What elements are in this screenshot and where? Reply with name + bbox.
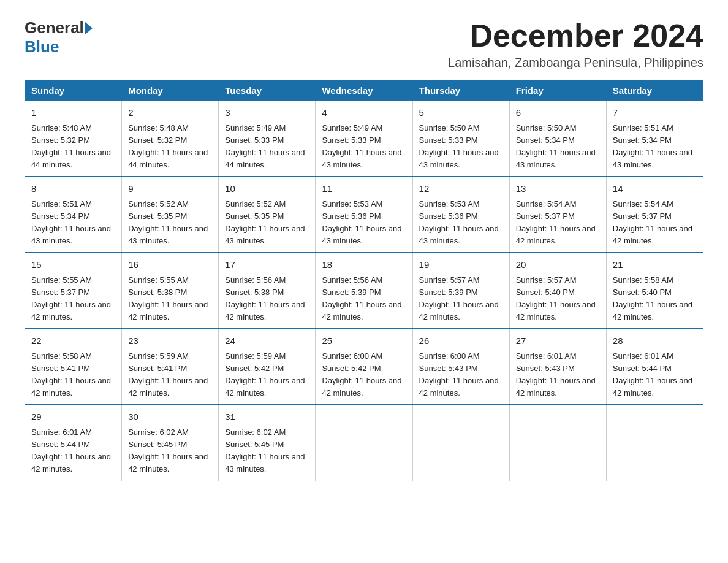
day-number: 8 bbox=[31, 182, 115, 196]
title-block: December 2024 Lamisahan, Zamboanga Penin… bbox=[448, 18, 703, 70]
day-number: 10 bbox=[225, 182, 309, 196]
day-number: 3 bbox=[225, 106, 309, 120]
week-row-2: 8Sunrise: 5:51 AMSunset: 5:34 PMDaylight… bbox=[25, 177, 703, 253]
day-number: 15 bbox=[31, 258, 115, 272]
day-number: 1 bbox=[31, 106, 115, 120]
table-row: 28Sunrise: 6:01 AMSunset: 5:44 PMDayligh… bbox=[606, 329, 703, 405]
table-row: 9Sunrise: 5:52 AMSunset: 5:35 PMDaylight… bbox=[122, 177, 219, 253]
table-row: 23Sunrise: 5:59 AMSunset: 5:41 PMDayligh… bbox=[122, 329, 219, 405]
header-saturday: Saturday bbox=[606, 80, 703, 101]
header-wednesday: Wednesday bbox=[316, 80, 412, 101]
table-row: 18Sunrise: 5:56 AMSunset: 5:39 PMDayligh… bbox=[316, 253, 412, 329]
location-title: Lamisahan, Zamboanga Peninsula, Philippi… bbox=[448, 56, 703, 70]
day-info: Sunrise: 5:58 AMSunset: 5:41 PMDaylight:… bbox=[31, 351, 111, 397]
table-row: 6Sunrise: 5:50 AMSunset: 5:34 PMDaylight… bbox=[509, 101, 606, 177]
day-number: 24 bbox=[225, 334, 309, 348]
week-row-3: 15Sunrise: 5:55 AMSunset: 5:37 PMDayligh… bbox=[25, 253, 703, 329]
day-info: Sunrise: 5:57 AMSunset: 5:39 PMDaylight:… bbox=[419, 275, 499, 321]
day-number: 25 bbox=[322, 334, 406, 348]
table-row: 24Sunrise: 5:59 AMSunset: 5:42 PMDayligh… bbox=[219, 329, 316, 405]
day-info: Sunrise: 5:49 AMSunset: 5:33 PMDaylight:… bbox=[225, 123, 305, 169]
day-number: 12 bbox=[419, 182, 503, 196]
table-row: 31Sunrise: 6:02 AMSunset: 5:45 PMDayligh… bbox=[219, 405, 316, 481]
logo-blue-text: Blue bbox=[25, 37, 59, 56]
day-info: Sunrise: 5:59 AMSunset: 5:42 PMDaylight:… bbox=[225, 351, 305, 397]
table-row: 22Sunrise: 5:58 AMSunset: 5:41 PMDayligh… bbox=[25, 329, 122, 405]
day-number: 14 bbox=[613, 182, 697, 196]
table-row: 3Sunrise: 5:49 AMSunset: 5:33 PMDaylight… bbox=[219, 101, 316, 177]
table-row: 26Sunrise: 6:00 AMSunset: 5:43 PMDayligh… bbox=[412, 329, 509, 405]
day-info: Sunrise: 5:54 AMSunset: 5:37 PMDaylight:… bbox=[516, 199, 596, 245]
table-row bbox=[606, 405, 703, 481]
day-info: Sunrise: 5:54 AMSunset: 5:37 PMDaylight:… bbox=[613, 199, 692, 245]
table-row: 1Sunrise: 5:48 AMSunset: 5:32 PMDaylight… bbox=[25, 101, 122, 177]
table-row bbox=[509, 405, 606, 481]
week-row-4: 22Sunrise: 5:58 AMSunset: 5:41 PMDayligh… bbox=[25, 329, 703, 405]
day-number: 28 bbox=[613, 334, 697, 348]
day-info: Sunrise: 5:56 AMSunset: 5:39 PMDaylight:… bbox=[322, 275, 401, 321]
table-row: 30Sunrise: 6:02 AMSunset: 5:45 PMDayligh… bbox=[122, 405, 219, 481]
day-number: 16 bbox=[128, 258, 212, 272]
day-number: 27 bbox=[516, 334, 600, 348]
table-row: 5Sunrise: 5:50 AMSunset: 5:33 PMDaylight… bbox=[412, 101, 509, 177]
table-row: 4Sunrise: 5:49 AMSunset: 5:33 PMDaylight… bbox=[316, 101, 412, 177]
day-info: Sunrise: 5:55 AMSunset: 5:38 PMDaylight:… bbox=[128, 275, 208, 321]
day-info: Sunrise: 6:01 AMSunset: 5:43 PMDaylight:… bbox=[516, 351, 596, 397]
day-info: Sunrise: 5:58 AMSunset: 5:40 PMDaylight:… bbox=[613, 275, 692, 321]
day-info: Sunrise: 5:56 AMSunset: 5:38 PMDaylight:… bbox=[225, 275, 305, 321]
day-info: Sunrise: 5:53 AMSunset: 5:36 PMDaylight:… bbox=[419, 199, 499, 245]
header-tuesday: Tuesday bbox=[219, 80, 316, 101]
table-row: 14Sunrise: 5:54 AMSunset: 5:37 PMDayligh… bbox=[606, 177, 703, 253]
day-number: 18 bbox=[322, 258, 406, 272]
table-row bbox=[412, 405, 509, 481]
week-row-1: 1Sunrise: 5:48 AMSunset: 5:32 PMDaylight… bbox=[25, 101, 703, 177]
logo: General Blue bbox=[25, 18, 94, 56]
day-info: Sunrise: 5:48 AMSunset: 5:32 PMDaylight:… bbox=[31, 123, 111, 169]
day-info: Sunrise: 5:48 AMSunset: 5:32 PMDaylight:… bbox=[128, 123, 208, 169]
day-info: Sunrise: 6:01 AMSunset: 5:44 PMDaylight:… bbox=[31, 427, 111, 473]
header-monday: Monday bbox=[122, 80, 219, 101]
week-row-5: 29Sunrise: 6:01 AMSunset: 5:44 PMDayligh… bbox=[25, 405, 703, 481]
table-row: 21Sunrise: 5:58 AMSunset: 5:40 PMDayligh… bbox=[606, 253, 703, 329]
calendar-table: SundayMondayTuesdayWednesdayThursdayFrid… bbox=[25, 80, 703, 481]
table-row: 19Sunrise: 5:57 AMSunset: 5:39 PMDayligh… bbox=[412, 253, 509, 329]
header-row: SundayMondayTuesdayWednesdayThursdayFrid… bbox=[25, 80, 703, 101]
day-info: Sunrise: 5:52 AMSunset: 5:35 PMDaylight:… bbox=[225, 199, 305, 245]
day-number: 17 bbox=[225, 258, 309, 272]
day-info: Sunrise: 5:50 AMSunset: 5:34 PMDaylight:… bbox=[516, 123, 596, 169]
day-number: 5 bbox=[419, 106, 503, 120]
day-info: Sunrise: 6:02 AMSunset: 5:45 PMDaylight:… bbox=[128, 427, 208, 473]
day-info: Sunrise: 5:57 AMSunset: 5:40 PMDaylight:… bbox=[516, 275, 596, 321]
table-row: 16Sunrise: 5:55 AMSunset: 5:38 PMDayligh… bbox=[122, 253, 219, 329]
table-row: 13Sunrise: 5:54 AMSunset: 5:37 PMDayligh… bbox=[509, 177, 606, 253]
logo-arrow-icon bbox=[85, 22, 93, 34]
table-row: 29Sunrise: 6:01 AMSunset: 5:44 PMDayligh… bbox=[25, 405, 122, 481]
table-row: 2Sunrise: 5:48 AMSunset: 5:32 PMDaylight… bbox=[122, 101, 219, 177]
day-info: Sunrise: 5:59 AMSunset: 5:41 PMDaylight:… bbox=[128, 351, 208, 397]
day-number: 23 bbox=[128, 334, 212, 348]
table-row: 20Sunrise: 5:57 AMSunset: 5:40 PMDayligh… bbox=[509, 253, 606, 329]
logo-general-text: General bbox=[25, 18, 84, 37]
day-number: 4 bbox=[322, 106, 406, 120]
table-row: 25Sunrise: 6:00 AMSunset: 5:42 PMDayligh… bbox=[316, 329, 412, 405]
day-info: Sunrise: 5:49 AMSunset: 5:33 PMDaylight:… bbox=[322, 123, 401, 169]
day-number: 20 bbox=[516, 258, 600, 272]
table-row: 27Sunrise: 6:01 AMSunset: 5:43 PMDayligh… bbox=[509, 329, 606, 405]
day-number: 7 bbox=[613, 106, 697, 120]
day-number: 22 bbox=[31, 334, 115, 348]
day-number: 2 bbox=[128, 106, 212, 120]
day-info: Sunrise: 5:51 AMSunset: 5:34 PMDaylight:… bbox=[613, 123, 692, 169]
day-number: 31 bbox=[225, 410, 309, 424]
page-header: General Blue December 2024 Lamisahan, Za… bbox=[25, 18, 703, 70]
day-number: 9 bbox=[128, 182, 212, 196]
day-info: Sunrise: 6:02 AMSunset: 5:45 PMDaylight:… bbox=[225, 427, 305, 473]
day-number: 29 bbox=[31, 410, 115, 424]
day-info: Sunrise: 6:01 AMSunset: 5:44 PMDaylight:… bbox=[613, 351, 692, 397]
day-number: 11 bbox=[322, 182, 406, 196]
day-info: Sunrise: 5:52 AMSunset: 5:35 PMDaylight:… bbox=[128, 199, 208, 245]
day-number: 26 bbox=[419, 334, 503, 348]
day-number: 19 bbox=[419, 258, 503, 272]
header-sunday: Sunday bbox=[25, 80, 122, 101]
table-row: 17Sunrise: 5:56 AMSunset: 5:38 PMDayligh… bbox=[219, 253, 316, 329]
day-info: Sunrise: 5:50 AMSunset: 5:33 PMDaylight:… bbox=[419, 123, 499, 169]
